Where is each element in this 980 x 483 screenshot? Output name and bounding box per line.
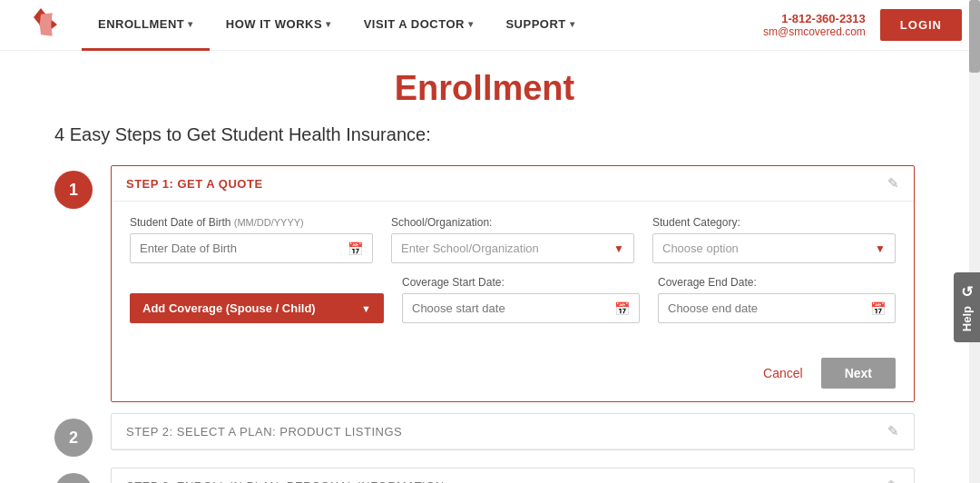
email-address: sm@smcovered.com — [763, 25, 866, 38]
school-select-wrapper: Enter School/Organization ▼ — [391, 233, 634, 263]
end-date-wrapper: 📅 — [658, 293, 896, 323]
category-label: Student Category: — [652, 216, 896, 229]
school-select[interactable]: Enter School/Organization — [392, 234, 633, 262]
page-subtitle: 4 Easy Steps to Get Student Health Insur… — [54, 124, 915, 145]
chevron-down-icon: ▾ — [326, 19, 331, 29]
step-3-box: STEP 3: ENROLL IN PLAN: PERSONAL INFORMA… — [111, 468, 915, 483]
step-2-header: STEP 2: SELECT A PLAN: PRODUCT LISTINGS … — [112, 414, 914, 449]
nav-item-visit-doctor[interactable]: VISIT A DOCTOR ▾ — [348, 0, 490, 51]
nav-item-how-it-works[interactable]: HOW IT WORKS ▾ — [210, 0, 348, 51]
calendar-icon: 📅 — [605, 301, 639, 316]
calendar-icon: 📅 — [338, 242, 372, 256]
main-content: Enrollment 4 Easy Steps to Get Student H… — [0, 51, 969, 483]
coverage-label: Add Coverage (Spouse / Child) — [142, 301, 316, 315]
dob-input-wrapper: 📅 — [130, 233, 373, 263]
category-group: Student Category: Choose option ▼ — [652, 216, 896, 263]
page-title: Enrollment — [54, 69, 915, 108]
step-2-title: STEP 2: SELECT A PLAN: PRODUCT LISTINGS — [126, 425, 402, 439]
edit-icon[interactable]: ✎ — [887, 175, 899, 192]
step-3-title: STEP 3: ENROLL IN PLAN: PERSONAL INFORMA… — [126, 479, 445, 484]
category-select-wrapper: Choose option ▼ — [652, 233, 896, 263]
nav-label-visit-doctor: VISIT A DOCTOR — [364, 17, 465, 31]
calendar-icon: 📅 — [861, 301, 895, 316]
step-1-footer: Cancel Next — [112, 350, 914, 401]
step-1-number: 1 — [54, 171, 93, 209]
edit-icon[interactable]: ✎ — [887, 478, 899, 483]
step-3-header: STEP 3: ENROLL IN PLAN: PERSONAL INFORMA… — [112, 468, 914, 483]
chevron-down-icon: ▾ — [188, 19, 193, 29]
start-date-group: Coverage Start Date: 📅 — [402, 276, 640, 323]
start-date-input[interactable] — [403, 294, 605, 322]
nav-item-support[interactable]: SUPPORT ▾ — [489, 0, 591, 51]
dob-label: Student Date of Birth (MM/DD/YYYY) — [130, 216, 373, 229]
nav-label-enrollment: ENROLLMENT — [98, 17, 184, 31]
coverage-dropdown[interactable]: Add Coverage (Spouse / Child) ▼ — [130, 293, 384, 323]
step-2-box: STEP 2: SELECT A PLAN: PRODUCT LISTINGS … — [111, 413, 915, 450]
category-select[interactable]: Choose option — [653, 234, 895, 262]
scrollbar-track — [969, 0, 980, 483]
step-2-wrapper: 2 STEP 2: SELECT A PLAN: PRODUCT LISTING… — [54, 413, 915, 457]
chevron-down-icon: ▾ — [570, 19, 575, 29]
next-button[interactable]: Next — [821, 358, 896, 389]
help-label: Help — [960, 306, 974, 331]
scrollbar-thumb[interactable] — [969, 0, 980, 73]
end-date-input[interactable] — [659, 294, 861, 322]
coverage-dropdown-wrapper: Add Coverage (Spouse / Child) ▼ — [130, 293, 384, 323]
nav-contact: 1-812-360-2313 sm@smcovered.com — [763, 12, 866, 38]
dob-input[interactable] — [131, 234, 338, 262]
help-icon: ↺ — [961, 283, 973, 301]
nav-items: ENROLLMENT ▾ HOW IT WORKS ▾ VISIT A DOCT… — [82, 0, 763, 51]
step-1-header: STEP 1: GET A QUOTE ✎ — [112, 166, 914, 202]
step-2-number: 2 — [54, 419, 93, 457]
school-label: School/Organization: — [391, 216, 634, 229]
form-row-2: Add Coverage (Spouse / Child) ▼ Coverage… — [130, 276, 896, 323]
navigation: ENROLLMENT ▾ HOW IT WORKS ▾ VISIT A DOCT… — [0, 0, 980, 51]
nav-item-enrollment[interactable]: ENROLLMENT ▾ — [82, 0, 210, 51]
step-1-body: Student Date of Birth (MM/DD/YYYY) 📅 Sch… — [112, 202, 914, 350]
chevron-down-icon: ▼ — [361, 303, 371, 314]
start-date-label: Coverage Start Date: — [402, 276, 640, 289]
step-3-wrapper: 3 STEP 3: ENROLL IN PLAN: PERSONAL INFOR… — [54, 468, 915, 483]
login-button[interactable]: LOGIN — [880, 9, 962, 41]
cancel-button[interactable]: Cancel — [763, 366, 803, 380]
nav-right: 1-812-360-2313 sm@smcovered.com LOGIN — [763, 9, 962, 41]
school-group: School/Organization: Enter School/Organi… — [391, 216, 634, 263]
help-button[interactable]: ↺ Help — [954, 272, 980, 342]
end-date-group: Coverage End Date: 📅 — [658, 276, 896, 323]
step-1-title: STEP 1: GET A QUOTE — [126, 177, 263, 191]
step-3-number: 3 — [54, 473, 93, 483]
step-1-wrapper: 1 STEP 1: GET A QUOTE ✎ Student Date of … — [54, 165, 915, 402]
edit-icon[interactable]: ✎ — [887, 423, 899, 439]
nav-label-how-it-works: HOW IT WORKS — [226, 17, 322, 31]
step-1-box: STEP 1: GET A QUOTE ✎ Student Date of Bi… — [111, 165, 915, 402]
phone-number: 1-812-360-2313 — [781, 12, 866, 25]
chevron-down-icon: ▾ — [468, 19, 474, 29]
logo[interactable] — [18, 5, 64, 45]
dob-group: Student Date of Birth (MM/DD/YYYY) 📅 — [130, 216, 373, 263]
start-date-wrapper: 📅 — [402, 293, 640, 323]
nav-label-support: SUPPORT — [505, 17, 565, 31]
end-date-label: Coverage End Date: — [658, 276, 896, 289]
steps-container: 1 STEP 1: GET A QUOTE ✎ Student Date of … — [54, 165, 915, 483]
form-row-1: Student Date of Birth (MM/DD/YYYY) 📅 Sch… — [130, 216, 896, 263]
